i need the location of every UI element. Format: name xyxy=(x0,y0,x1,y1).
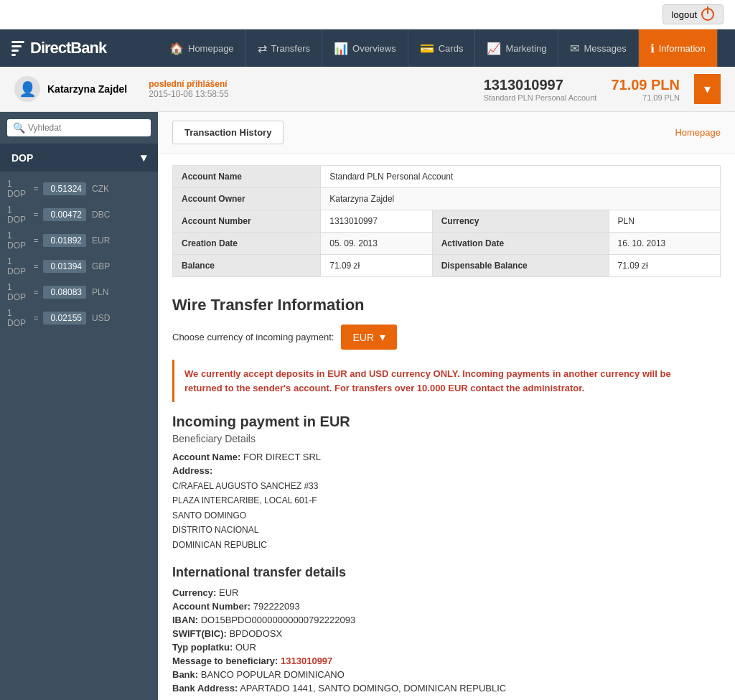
last-login-date: 2015-10-06 13:58:55 xyxy=(149,89,228,99)
exchange-row: 1 DOP = 0.02155 USD xyxy=(0,305,158,331)
iban-row: IBAN: DO15BPDO00000000000792222093 xyxy=(172,615,721,625)
exchange-cur: EUR xyxy=(92,235,110,246)
expand-account-button[interactable]: ▾ xyxy=(694,74,721,104)
account-info-area: 1313010997 Standard PLN Personal Account… xyxy=(484,74,721,104)
table-cell: 05. 09. 2013 xyxy=(321,233,432,255)
exchange-val: 0.00472 xyxy=(43,208,86,221)
nav-information[interactable]: ℹ Information xyxy=(639,29,718,67)
last-login-area: poslední přihlášení 2015-10-06 13:58:55 xyxy=(149,79,228,99)
table-cell: Katarzyna Zajdel xyxy=(321,188,721,210)
exchange-cur: CZK xyxy=(92,184,109,194)
dop-header[interactable]: DOP ▾ xyxy=(0,144,158,172)
nav-marketing[interactable]: 📈 Marketing xyxy=(475,29,558,67)
logout-label: logout xyxy=(672,9,697,20)
sidebar: 🔍 DOP ▾ 1 DOP = 0.51324 CZK 1 DOP = 0.00… xyxy=(0,112,158,700)
warning-text: We currently accept deposits in EUR and … xyxy=(184,368,671,393)
exchange-row: 1 DOP = 0.01892 EUR xyxy=(0,228,158,253)
exchange-list: 1 DOP = 0.51324 CZK 1 DOP = 0.00472 DBC … xyxy=(0,172,158,335)
tx-history-button[interactable]: Transaction History xyxy=(172,121,284,144)
table-cell: Standard PLN Personal Account xyxy=(321,166,721,188)
table-header: Creation Date xyxy=(173,233,321,255)
breadcrumb-bar: Transaction History Homepage xyxy=(158,112,735,154)
swift-label: SWIFT(BIC): xyxy=(172,628,227,639)
exchange-from: 1 DOP xyxy=(7,308,29,328)
search-bar: 🔍 xyxy=(0,112,158,144)
nav-cards[interactable]: 💳 Cards xyxy=(408,29,476,67)
exchange-from: 1 DOP xyxy=(7,282,29,302)
balance-amount: 71.09 PLN xyxy=(611,77,680,93)
exchange-eq: = xyxy=(32,235,40,246)
table-header: Account Owner xyxy=(173,188,321,210)
beneficiary-title: Beneficiary Details xyxy=(172,433,721,444)
currency-select-label: Choose currency of incoming payment: xyxy=(172,332,334,342)
exchange-row: 1 DOP = 0.51324 CZK xyxy=(0,176,158,202)
nav-messages[interactable]: ✉ Messages xyxy=(558,29,638,67)
dop-label: DOP xyxy=(11,152,33,164)
main-content: Transaction History Homepage Account Nam… xyxy=(158,112,735,700)
swift-val: BPDODOSX xyxy=(229,628,282,639)
nav-overviews[interactable]: 📊 Overviews xyxy=(322,29,408,67)
last-login-label: poslední přihlášení xyxy=(149,79,228,89)
bank-label: Bank: xyxy=(172,669,198,680)
balance-sub: 71.09 PLN xyxy=(611,93,680,102)
nav-cards-label: Cards xyxy=(439,43,464,54)
address-label: Address: xyxy=(172,465,212,476)
exchange-cur: GBP xyxy=(92,261,110,271)
iban-label: IBAN: xyxy=(172,615,198,625)
search-input[interactable] xyxy=(28,123,145,133)
nav-transfers-label: Transfers xyxy=(271,43,310,54)
exchange-row: 1 DOP = 0.08083 PLN xyxy=(0,279,158,305)
user-name: Katarzyna Zajdel xyxy=(47,83,127,95)
exchange-eq: = xyxy=(32,287,40,297)
intl-account-number-label: Account Number: xyxy=(172,601,251,612)
exchange-from: 1 DOP xyxy=(7,256,29,276)
table-row: Balance 71.09 zł Dispensable Balance 71.… xyxy=(173,255,721,277)
table-cell: 71.09 zł xyxy=(321,255,432,277)
table-row: Account Number 1313010997 Currency PLN xyxy=(173,210,721,233)
table-cell: 1313010997 xyxy=(321,210,432,233)
message-label: Message to beneficiary: xyxy=(172,655,278,666)
logout-button[interactable]: logout xyxy=(663,4,724,24)
nav-homepage-label: Homepage xyxy=(188,43,234,54)
wire-section: Wire Transfer Information Choose currenc… xyxy=(158,289,735,700)
wire-title: Wire Transfer Information xyxy=(172,296,721,314)
account-name-val: FOR DIRECT SRL xyxy=(243,452,321,462)
typ-row: Typ poplatku: OUR xyxy=(172,642,721,653)
warning-box: We currently accept deposits in EUR and … xyxy=(172,360,721,402)
nav-information-label: Information xyxy=(659,43,706,54)
bank-row: Bank: BANCO POPULAR DOMINICANO xyxy=(172,669,721,680)
nav-messages-label: Messages xyxy=(584,43,626,54)
exchange-cur: PLN xyxy=(92,287,108,297)
top-bar: logout xyxy=(0,0,735,29)
bank-address-label: Bank Address: xyxy=(172,683,238,694)
dop-expand-icon: ▾ xyxy=(141,151,146,164)
currency-select-button[interactable]: EUR ▾ xyxy=(341,325,397,350)
breadcrumb-homepage[interactable]: Homepage xyxy=(675,127,721,138)
logo-area: DirectBank xyxy=(0,29,158,67)
main-nav: DirectBank 🏠 Homepage ⇄ Transfers 📊 Over… xyxy=(0,29,735,67)
exchange-cur: USD xyxy=(92,313,110,323)
table-header: Activation Date xyxy=(432,233,609,255)
account-name-row: Account Name: FOR DIRECT SRL xyxy=(172,452,721,462)
message-val: 1313010997 xyxy=(281,655,332,666)
swift-row: SWIFT(BIC): BPDODOSX xyxy=(172,628,721,639)
intl-section-title: International transfer details xyxy=(172,565,721,580)
bank-val: BANCO POPULAR DOMINICANO xyxy=(201,669,345,680)
logo-bars-icon xyxy=(11,41,24,56)
iban-val: DO15BPDO00000000000792222093 xyxy=(201,615,355,625)
table-row: Account Owner Katarzyna Zajdel xyxy=(173,188,721,210)
nav-homepage[interactable]: 🏠 Homepage xyxy=(158,29,246,67)
intl-currency-row: Currency: EUR xyxy=(172,587,721,598)
cards-icon: 💳 xyxy=(420,42,434,55)
search-inner: 🔍 xyxy=(7,119,151,136)
exchange-eq: = xyxy=(32,184,40,194)
exchange-from: 1 DOP xyxy=(7,205,29,225)
bank-address-row: Bank Address: APARTADO 1441, SANTO DOMIN… xyxy=(172,683,721,694)
typ-label: Typ poplatku: xyxy=(172,642,233,653)
nav-transfers[interactable]: ⇄ Transfers xyxy=(246,29,322,67)
exchange-from: 1 DOP xyxy=(7,179,29,199)
table-header: Currency xyxy=(432,210,609,233)
table-header: Account Name xyxy=(173,166,321,188)
table-header: Balance xyxy=(173,255,321,277)
user-avatar-area: 👤 Katarzyna Zajdel xyxy=(14,76,127,102)
